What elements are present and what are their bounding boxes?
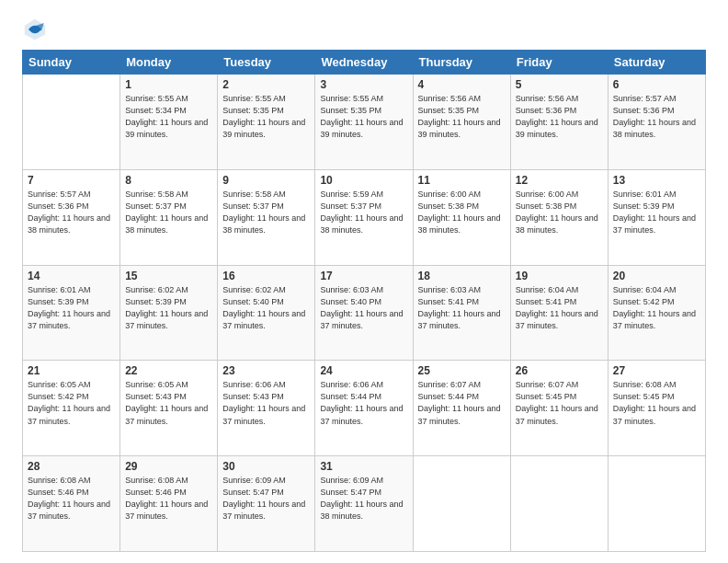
day-number: 31 bbox=[320, 460, 407, 473]
day-number: 5 bbox=[516, 78, 603, 91]
calendar-day-cell: 29Sunrise: 6:08 AMSunset: 5:46 PMDayligh… bbox=[120, 456, 218, 552]
calendar-day-header: Monday bbox=[120, 51, 218, 75]
calendar-day-cell: 2Sunrise: 5:55 AMSunset: 5:35 PMDaylight… bbox=[218, 75, 315, 170]
day-info: Sunrise: 6:03 AMSunset: 5:41 PMDaylight:… bbox=[418, 284, 506, 332]
day-number: 18 bbox=[418, 270, 506, 282]
day-number: 16 bbox=[222, 270, 310, 282]
day-info: Sunrise: 6:08 AMSunset: 5:45 PMDaylight:… bbox=[613, 379, 700, 427]
calendar-day-cell: 31Sunrise: 6:09 AMSunset: 5:47 PMDayligh… bbox=[315, 456, 413, 552]
calendar-day-cell: 6Sunrise: 5:57 AMSunset: 5:36 PMDaylight… bbox=[608, 75, 705, 170]
day-info: Sunrise: 5:55 AMSunset: 5:35 PMDaylight:… bbox=[320, 93, 407, 141]
day-number: 25 bbox=[418, 364, 506, 377]
calendar-day-cell: 24Sunrise: 6:06 AMSunset: 5:44 PMDayligh… bbox=[315, 361, 413, 456]
calendar-day-cell bbox=[23, 75, 120, 170]
day-number: 20 bbox=[613, 270, 700, 282]
calendar-day-header: Tuesday bbox=[218, 51, 315, 75]
day-info: Sunrise: 6:06 AMSunset: 5:43 PMDaylight:… bbox=[222, 379, 310, 427]
day-number: 30 bbox=[222, 460, 310, 473]
calendar-day-header: Saturday bbox=[608, 51, 705, 75]
calendar-day-cell: 20Sunrise: 6:04 AMSunset: 5:42 PMDayligh… bbox=[608, 265, 705, 361]
calendar-day-cell: 3Sunrise: 5:55 AMSunset: 5:35 PMDaylight… bbox=[315, 75, 413, 170]
day-number: 2 bbox=[222, 78, 310, 91]
page: SundayMondayTuesdayWednesdayThursdayFrid… bbox=[0, 0, 728, 563]
day-number: 1 bbox=[125, 78, 212, 91]
calendar-day-cell: 18Sunrise: 6:03 AMSunset: 5:41 PMDayligh… bbox=[413, 265, 510, 361]
logo-icon bbox=[22, 17, 48, 42]
day-number: 17 bbox=[320, 270, 407, 282]
calendar-day-cell: 16Sunrise: 6:02 AMSunset: 5:40 PMDayligh… bbox=[218, 265, 315, 361]
day-info: Sunrise: 6:03 AMSunset: 5:40 PMDaylight:… bbox=[320, 284, 407, 332]
day-info: Sunrise: 6:02 AMSunset: 5:39 PMDaylight:… bbox=[125, 284, 212, 332]
calendar-day-cell bbox=[413, 456, 510, 552]
calendar-day-cell: 11Sunrise: 6:00 AMSunset: 5:38 PMDayligh… bbox=[413, 169, 510, 265]
day-number: 27 bbox=[613, 364, 700, 377]
calendar-week-row: 7Sunrise: 5:57 AMSunset: 5:36 PMDaylight… bbox=[23, 169, 706, 265]
logo bbox=[22, 17, 51, 42]
calendar-table: SundayMondayTuesdayWednesdayThursdayFrid… bbox=[22, 50, 706, 552]
day-number: 8 bbox=[125, 174, 212, 187]
calendar-day-cell: 4Sunrise: 5:56 AMSunset: 5:35 PMDaylight… bbox=[413, 75, 510, 170]
day-number: 23 bbox=[222, 364, 310, 377]
header bbox=[22, 17, 706, 42]
calendar-day-cell: 30Sunrise: 6:09 AMSunset: 5:47 PMDayligh… bbox=[218, 456, 315, 552]
day-info: Sunrise: 5:57 AMSunset: 5:36 PMDaylight:… bbox=[28, 189, 115, 236]
day-number: 6 bbox=[613, 78, 700, 91]
day-number: 19 bbox=[516, 270, 603, 282]
day-info: Sunrise: 6:05 AMSunset: 5:42 PMDaylight:… bbox=[28, 379, 115, 427]
day-number: 13 bbox=[613, 174, 700, 187]
day-info: Sunrise: 6:05 AMSunset: 5:43 PMDaylight:… bbox=[125, 379, 212, 427]
day-number: 7 bbox=[28, 174, 115, 187]
calendar-day-cell bbox=[510, 456, 608, 552]
calendar-day-cell: 9Sunrise: 5:58 AMSunset: 5:37 PMDaylight… bbox=[218, 169, 315, 265]
calendar-day-cell: 8Sunrise: 5:58 AMSunset: 5:37 PMDaylight… bbox=[120, 169, 218, 265]
day-info: Sunrise: 6:09 AMSunset: 5:47 PMDaylight:… bbox=[320, 475, 407, 523]
calendar-week-row: 28Sunrise: 6:08 AMSunset: 5:46 PMDayligh… bbox=[23, 456, 706, 552]
calendar-day-cell: 1Sunrise: 5:55 AMSunset: 5:34 PMDaylight… bbox=[120, 75, 218, 170]
day-info: Sunrise: 6:09 AMSunset: 5:47 PMDaylight:… bbox=[222, 475, 310, 523]
day-number: 10 bbox=[320, 174, 407, 187]
day-number: 22 bbox=[125, 364, 212, 377]
calendar-week-row: 1Sunrise: 5:55 AMSunset: 5:34 PMDaylight… bbox=[23, 75, 706, 170]
day-info: Sunrise: 5:55 AMSunset: 5:35 PMDaylight:… bbox=[222, 93, 310, 141]
calendar-day-cell: 19Sunrise: 6:04 AMSunset: 5:41 PMDayligh… bbox=[510, 265, 608, 361]
calendar-day-cell: 15Sunrise: 6:02 AMSunset: 5:39 PMDayligh… bbox=[120, 265, 218, 361]
calendar-header-row: SundayMondayTuesdayWednesdayThursdayFrid… bbox=[23, 51, 706, 75]
calendar-day-cell: 7Sunrise: 5:57 AMSunset: 5:36 PMDaylight… bbox=[23, 169, 120, 265]
day-info: Sunrise: 6:04 AMSunset: 5:41 PMDaylight:… bbox=[516, 284, 603, 332]
day-number: 11 bbox=[418, 174, 506, 187]
day-info: Sunrise: 6:02 AMSunset: 5:40 PMDaylight:… bbox=[222, 284, 310, 332]
calendar-day-cell: 12Sunrise: 6:00 AMSunset: 5:38 PMDayligh… bbox=[510, 169, 608, 265]
day-info: Sunrise: 6:08 AMSunset: 5:46 PMDaylight:… bbox=[125, 475, 212, 523]
day-info: Sunrise: 6:08 AMSunset: 5:46 PMDaylight:… bbox=[28, 475, 115, 523]
day-info: Sunrise: 5:56 AMSunset: 5:35 PMDaylight:… bbox=[418, 93, 506, 141]
calendar-day-cell: 21Sunrise: 6:05 AMSunset: 5:42 PMDayligh… bbox=[23, 361, 120, 456]
day-number: 21 bbox=[28, 364, 115, 377]
day-info: Sunrise: 6:06 AMSunset: 5:44 PMDaylight:… bbox=[320, 379, 407, 427]
day-number: 9 bbox=[222, 174, 310, 187]
day-number: 3 bbox=[320, 78, 407, 91]
calendar-day-cell: 14Sunrise: 6:01 AMSunset: 5:39 PMDayligh… bbox=[23, 265, 120, 361]
calendar-week-row: 14Sunrise: 6:01 AMSunset: 5:39 PMDayligh… bbox=[23, 265, 706, 361]
day-info: Sunrise: 6:01 AMSunset: 5:39 PMDaylight:… bbox=[28, 284, 115, 332]
day-info: Sunrise: 5:58 AMSunset: 5:37 PMDaylight:… bbox=[222, 189, 310, 236]
calendar-day-header: Sunday bbox=[23, 51, 120, 75]
calendar-day-header: Thursday bbox=[413, 51, 510, 75]
day-number: 24 bbox=[320, 364, 407, 377]
day-number: 14 bbox=[28, 270, 115, 282]
calendar-day-cell: 5Sunrise: 5:56 AMSunset: 5:36 PMDaylight… bbox=[510, 75, 608, 170]
day-info: Sunrise: 5:59 AMSunset: 5:37 PMDaylight:… bbox=[320, 189, 407, 236]
calendar-day-cell: 23Sunrise: 6:06 AMSunset: 5:43 PMDayligh… bbox=[218, 361, 315, 456]
day-number: 4 bbox=[418, 78, 506, 91]
calendar-day-cell: 25Sunrise: 6:07 AMSunset: 5:44 PMDayligh… bbox=[413, 361, 510, 456]
day-info: Sunrise: 6:00 AMSunset: 5:38 PMDaylight:… bbox=[418, 189, 506, 236]
day-number: 29 bbox=[125, 460, 212, 473]
day-info: Sunrise: 6:00 AMSunset: 5:38 PMDaylight:… bbox=[516, 189, 603, 236]
day-info: Sunrise: 6:07 AMSunset: 5:44 PMDaylight:… bbox=[418, 379, 506, 427]
calendar-day-cell: 10Sunrise: 5:59 AMSunset: 5:37 PMDayligh… bbox=[315, 169, 413, 265]
day-info: Sunrise: 5:57 AMSunset: 5:36 PMDaylight:… bbox=[613, 93, 700, 141]
calendar-day-cell: 13Sunrise: 6:01 AMSunset: 5:39 PMDayligh… bbox=[608, 169, 705, 265]
day-info: Sunrise: 5:56 AMSunset: 5:36 PMDaylight:… bbox=[516, 93, 603, 141]
calendar-day-cell: 17Sunrise: 6:03 AMSunset: 5:40 PMDayligh… bbox=[315, 265, 413, 361]
calendar-day-cell bbox=[608, 456, 705, 552]
day-number: 28 bbox=[28, 460, 115, 473]
